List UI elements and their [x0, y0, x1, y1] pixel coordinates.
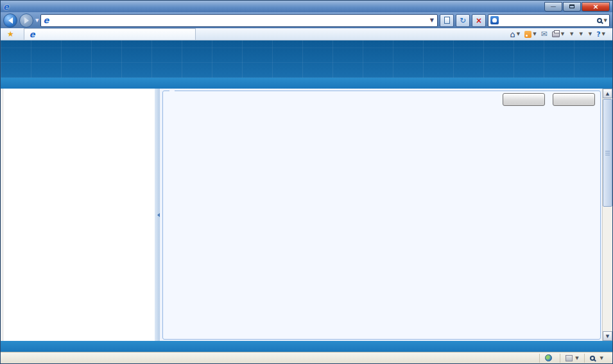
- print-icon: [552, 31, 560, 37]
- browser-tab[interactable]: e: [24, 28, 196, 40]
- search-provider-icon: [490, 16, 499, 24]
- scroll-up-icon[interactable]: ▲: [603, 89, 612, 98]
- content-scrollbar[interactable]: ▲ ▼: [602, 89, 612, 341]
- tools-menu[interactable]: ▼: [587, 31, 592, 37]
- address-dropdown-icon[interactable]: ▼: [429, 17, 435, 23]
- feeds-button[interactable]: ▼: [524, 31, 536, 38]
- tab-favicon: e: [30, 30, 35, 39]
- search-icon[interactable]: [597, 18, 602, 23]
- main-menu-bar: [1, 78, 612, 89]
- minimize-button[interactable]: —: [544, 2, 562, 12]
- zone-segment: [539, 354, 560, 363]
- forward-icon: [24, 17, 32, 24]
- back-button[interactable]: [3, 13, 17, 28]
- scrollbar-thumb[interactable]: [603, 99, 612, 207]
- protected-mode-segment[interactable]: ▼: [560, 354, 583, 363]
- compatibility-view-button[interactable]: [440, 14, 454, 27]
- page-footer: [1, 341, 612, 352]
- favorites-bar: ★ e ⌂▼ ▼ ✉ ▼ ▼ ▼ ▼ ?▼: [1, 28, 612, 40]
- recent-pages-dropdown[interactable]: ▼: [35, 18, 39, 23]
- refresh-button[interactable]: ↻: [456, 14, 470, 27]
- navigation-tree: [1, 89, 155, 341]
- zoom-icon: [590, 356, 595, 361]
- status-bar: ▼ ▼: [1, 352, 612, 363]
- command-bar: ⌂▼ ▼ ✉ ▼ ▼ ▼ ▼ ?▼: [510, 30, 610, 39]
- maximize-icon: [569, 4, 574, 8]
- print-button[interactable]: ▼: [552, 31, 564, 37]
- page-header: [1, 40, 612, 78]
- close-button[interactable]: ×: [582, 2, 610, 12]
- panel-splitter[interactable]: [155, 89, 160, 341]
- search-box[interactable]: ▼: [488, 14, 610, 27]
- modify-button[interactable]: [503, 93, 545, 106]
- stop-button[interactable]: ×: [472, 14, 486, 27]
- page-menu[interactable]: ▼: [569, 31, 573, 37]
- export-button[interactable]: [553, 93, 595, 106]
- safety-menu[interactable]: ▼: [578, 31, 582, 37]
- feeds-icon: [524, 31, 531, 38]
- security-report-icon: [566, 355, 573, 361]
- page-body: ▲ ▼: [1, 89, 612, 341]
- scroll-down-icon[interactable]: ▼: [603, 331, 612, 341]
- home-button[interactable]: ⌂▼: [510, 30, 521, 39]
- mail-icon: ✉: [541, 30, 548, 38]
- address-bar[interactable]: e ▼: [40, 14, 438, 27]
- maximize-button[interactable]: [563, 2, 581, 12]
- unit-info-fieldset: [162, 91, 601, 340]
- favorites-star-icon: ★: [7, 30, 14, 39]
- title-bar: e — ×: [1, 1, 612, 12]
- help-button[interactable]: ?▼: [596, 30, 605, 39]
- page-icon: e: [43, 15, 49, 25]
- internet-globe-icon: [545, 354, 552, 361]
- compatibility-icon: [444, 17, 450, 24]
- help-icon: ?: [596, 30, 600, 39]
- forward-button[interactable]: [19, 13, 33, 28]
- search-dropdown-icon[interactable]: ▼: [604, 18, 607, 23]
- read-mail-button[interactable]: ✉: [541, 30, 548, 38]
- back-icon: [5, 17, 13, 24]
- browser-window: e — × ▼ e ▼ ↻ × ▼ ★: [0, 0, 613, 364]
- favorites-button[interactable]: ★: [3, 29, 20, 40]
- main-content: [160, 89, 602, 341]
- home-icon: ⌂: [510, 30, 515, 39]
- zoom-segment[interactable]: ▼: [584, 354, 609, 363]
- ie-logo-icon: e: [3, 2, 9, 12]
- navigation-bar: ▼ e ▼ ↻ × ▼: [1, 12, 612, 28]
